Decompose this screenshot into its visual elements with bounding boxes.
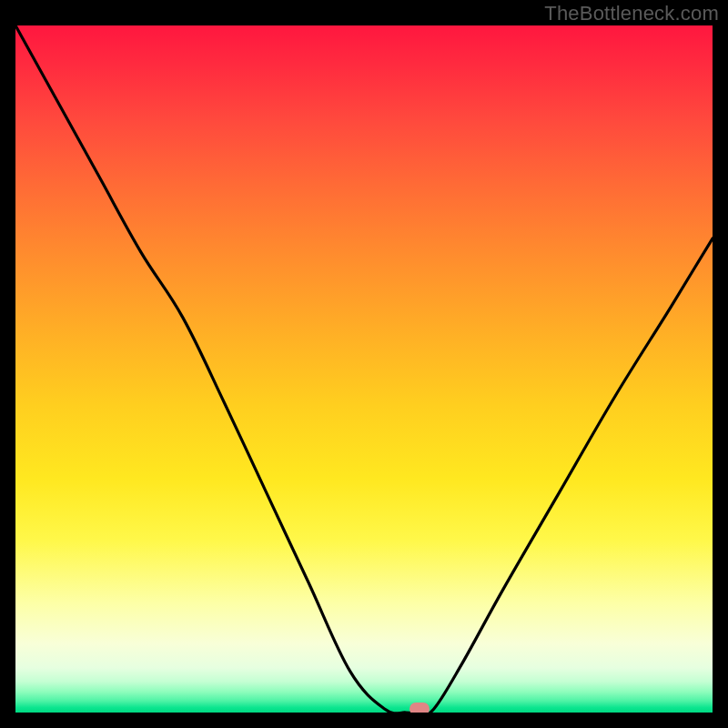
plot-area bbox=[15, 25, 713, 713]
chart-frame: TheBottleneck.com bbox=[0, 0, 728, 728]
optimum-marker bbox=[410, 703, 430, 713]
watermark-text: TheBottleneck.com bbox=[544, 2, 719, 25]
bottleneck-curve bbox=[15, 25, 713, 713]
